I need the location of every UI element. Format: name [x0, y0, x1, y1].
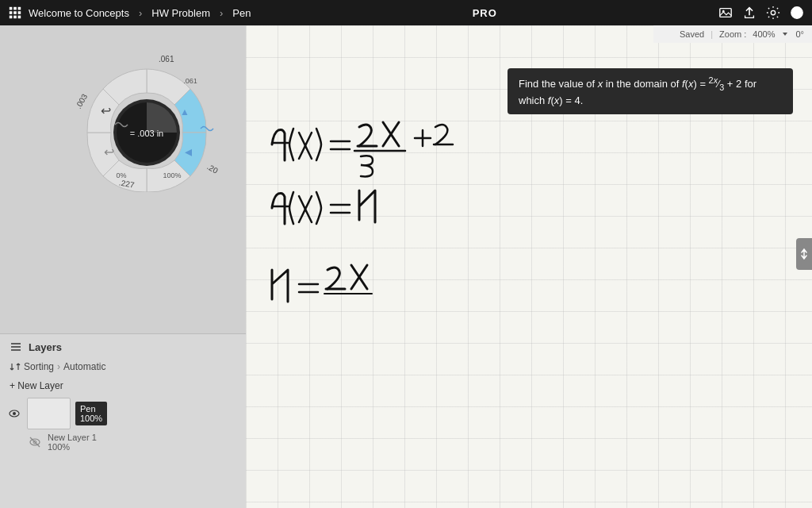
svg-text:◂: ◂ — [185, 144, 192, 160]
svg-rect-8 — [18, 16, 21, 19]
main-canvas[interactable]: Find the value of x in the domain of f(x… — [246, 25, 812, 508]
svg-rect-6 — [10, 16, 13, 19]
breadcrumb-sep-1: › — [139, 7, 142, 19]
svg-rect-5 — [18, 11, 21, 14]
svg-text:↩: ↩ — [104, 145, 114, 159]
svg-text:= .003 in: = .003 in — [130, 129, 164, 138]
svg-point-11 — [771, 10, 775, 14]
breadcrumb-sep-2: › — [220, 7, 223, 19]
svg-rect-4 — [13, 11, 17, 14]
topbar-center: PRO — [473, 7, 497, 19]
layers-menu-icon[interactable] — [10, 341, 22, 353]
breadcrumb-pen: Pen — [232, 7, 251, 19]
upload-icon[interactable] — [742, 6, 756, 20]
svg-rect-7 — [13, 16, 17, 19]
new-layer-label: + New Layer — [10, 380, 63, 391]
topbar-left: Welcome to Concepts › HW Problem › Pen — [8, 6, 251, 20]
rotation-value[interactable]: 0° — [795, 29, 804, 39]
saved-status: Saved — [680, 29, 704, 39]
svg-text:.061: .061 — [183, 77, 197, 85]
svg-text:↩: ↩ — [101, 104, 111, 117]
svg-rect-9 — [720, 9, 731, 17]
new-layer-button[interactable]: + New Layer — [0, 377, 246, 394]
svg-marker-14 — [783, 33, 787, 36]
breadcrumb-welcome[interactable]: Welcome to Concepts — [29, 7, 129, 19]
settings-icon[interactable] — [766, 6, 780, 20]
layer-pen-label: Pen 100% — [75, 402, 107, 425]
image-icon[interactable] — [718, 6, 733, 20]
math-handwriting — [258, 97, 591, 319]
svg-rect-0 — [10, 7, 13, 10]
topbar-right — [718, 6, 804, 20]
size-061: .061 — [159, 55, 174, 64]
sorting-sep: › — [57, 361, 60, 372]
zoom-down-icon[interactable] — [781, 30, 789, 38]
layer-thumbnail-pen — [27, 398, 71, 429]
sort-icon — [10, 361, 21, 372]
svg-text:100%: 100% — [163, 171, 181, 179]
tool-wheel[interactable]: = .003 in 0% 100% .061 .003 ↩ ↩ ▲ ◂ — [67, 53, 226, 192]
grid-icon[interactable] — [8, 6, 22, 20]
zoom-label: Zoom : — [719, 29, 746, 39]
zoom-value[interactable]: 400% — [753, 29, 775, 39]
problem-text: Find the value of x in the domain of f(x… — [519, 78, 756, 106]
svg-point-13 — [796, 16, 797, 17]
statusbar: Saved | Zoom : 400% 0° — [653, 25, 812, 43]
svg-rect-3 — [10, 11, 13, 14]
svg-text:▲: ▲ — [180, 106, 190, 117]
svg-rect-1 — [13, 7, 17, 10]
layer-eye-pen[interactable] — [6, 406, 22, 421]
layer-item-newlayer[interactable]: New Layer 1 100% — [6, 433, 239, 452]
right-edge-handle[interactable] — [796, 238, 812, 270]
svg-point-30 — [13, 412, 16, 415]
layer-items: Pen 100% New Layer 1 100% — [0, 394, 246, 455]
layer-newlayer-name: New Layer 1 100% — [48, 433, 97, 452]
layers-panel: Layers Sorting › Automatic + New Layer P… — [0, 333, 246, 508]
svg-rect-2 — [18, 7, 21, 10]
tool-wheel-area: = .003 in 0% 100% .061 .003 ↩ ↩ ▲ ◂ — [67, 53, 226, 192]
layer-eye-newlayer[interactable] — [27, 434, 43, 450]
help-icon[interactable] — [790, 6, 804, 20]
layers-header: Layers — [0, 334, 246, 360]
sorting-row[interactable]: Sorting › Automatic — [0, 360, 246, 377]
sorting-label: Sorting — [24, 361, 54, 372]
topbar: Welcome to Concepts › HW Problem › Pen P… — [0, 0, 812, 25]
problem-banner: Find the value of x in the domain of f(x… — [508, 68, 793, 114]
layers-title: Layers — [29, 341, 62, 353]
sorting-value[interactable]: Automatic — [63, 361, 105, 372]
breadcrumb-hwproblem[interactable]: HW Problem — [151, 7, 210, 19]
divider: | — [710, 29, 713, 39]
layer-item-pen[interactable]: Pen 100% — [6, 398, 239, 429]
